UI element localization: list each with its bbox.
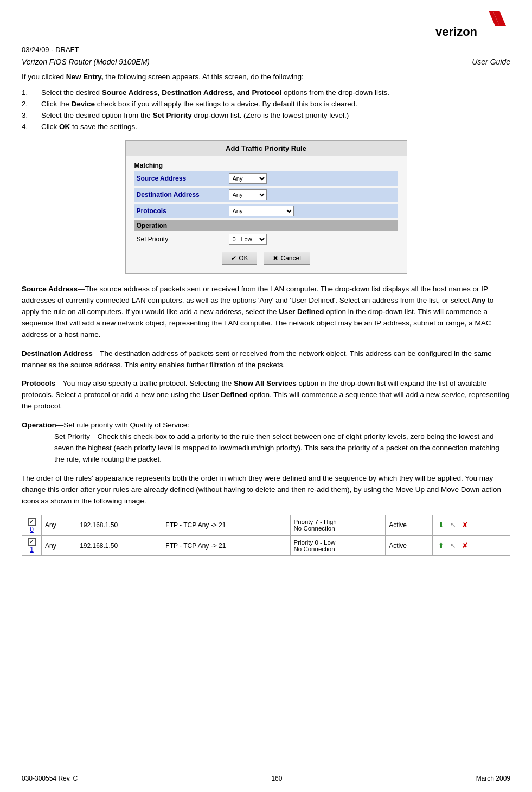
row1-actions: ⬆ ↖ ✘	[433, 535, 510, 556]
set-priority-select[interactable]: 0 - Low	[229, 234, 267, 245]
delete-icon[interactable]: ✘	[460, 520, 470, 530]
cancel-button[interactable]: ✖ Cancel	[264, 252, 310, 265]
matching-label: Matching	[134, 162, 398, 169]
set-priority-row: Set Priority 0 - Low	[134, 232, 398, 246]
steps-list: 1. Select the desired Source Address, De…	[22, 88, 510, 131]
row0-checkbox-cell: 0	[22, 515, 42, 535]
row0-protocol: FTP - TCP Any -> 21	[162, 515, 290, 535]
row0-priority: Priority 7 - HighNo Connection	[290, 515, 386, 535]
operation-header: Operation	[134, 220, 398, 231]
row0-number[interactable]: 0	[30, 526, 34, 533]
protocols-select[interactable]: Any	[229, 206, 294, 216]
source-address-label: Source Address	[137, 175, 229, 182]
svg-text:verizon: verizon	[435, 25, 477, 39]
logo-container: verizon	[22, 10, 510, 41]
row1-number[interactable]: 1	[30, 546, 34, 553]
draft-line: 03/24/09 - DRAFT	[22, 46, 510, 54]
ok-icon: ✔	[231, 254, 236, 262]
dialog-container: Add Traffic Priority Rule Matching Sourc…	[22, 140, 510, 274]
rules-table: 0 Any 192.168.1.50 FTP - TCP Any -> 21 P…	[22, 515, 510, 557]
dialog-title: Add Traffic Priority Rule	[126, 141, 407, 156]
cancel-icon: ✖	[273, 254, 278, 262]
row1-dest: 192.168.1.50	[76, 535, 162, 556]
dest-address-select[interactable]: Any	[229, 189, 267, 200]
ok-label: OK	[239, 254, 248, 262]
row1-action-icons: ⬆ ↖ ✘	[436, 541, 507, 551]
order-paragraph: The order of the rules' appearance repre…	[22, 473, 510, 507]
row0-action-icons: ⬇ ↖ ✘	[436, 520, 507, 530]
row1-status: Active	[386, 535, 433, 556]
cancel-label: Cancel	[280, 254, 300, 262]
guide-title-right: User Guide	[472, 58, 510, 66]
row0-dest: 192.168.1.50	[76, 515, 162, 535]
operation-desc: Operation—Set rule priority with Quality…	[22, 420, 510, 465]
step-num-2: 2.	[22, 100, 41, 108]
step-num-1: 1.	[22, 88, 41, 97]
dialog-buttons: ✔ OK ✖ Cancel	[134, 252, 398, 265]
source-address-desc: Source Address—The source address of pac…	[22, 284, 510, 341]
dest-address-desc: Destination Address—The destination addr…	[22, 348, 510, 371]
set-priority-value: 0 - Low	[229, 234, 267, 245]
footer-center: 160	[271, 775, 282, 782]
step-text-4: Click OK to save the settings.	[41, 123, 137, 131]
protocols-label: Protocols	[137, 207, 229, 215]
step-3: 3. Select the desired option from the Se…	[22, 111, 510, 119]
table-row: 1 Any 192.168.1.50 FTP - TCP Any -> 21 P…	[22, 535, 510, 556]
step-2: 2. Click the Device check box if you wil…	[22, 100, 510, 108]
footer-right: March 2009	[476, 775, 510, 782]
row1-priority: Priority 0 - LowNo Connection	[290, 535, 386, 556]
move-down-icon[interactable]: ⬇	[436, 520, 446, 530]
step-num-3: 3.	[22, 111, 41, 119]
step-num-4: 4.	[22, 123, 41, 131]
step-text-1: Select the desired Source Address, Desti…	[41, 88, 389, 97]
protocols-value: Any	[229, 206, 294, 216]
row1-protocol: FTP - TCP Any -> 21	[162, 535, 290, 556]
operation-indent: Set Priority—Check this check-box to add…	[54, 431, 510, 465]
row1-checkbox-cell: 1	[22, 535, 42, 556]
protocols-desc: Protocols—You may also specify a traffic…	[22, 378, 510, 412]
intro-paragraph: If you clicked New Entry, the following …	[22, 73, 510, 81]
delete-icon[interactable]: ✘	[460, 541, 470, 551]
set-priority-label: Set Priority	[137, 235, 229, 243]
step-1: 1. Select the desired Source Address, De…	[22, 88, 510, 97]
dialog-box: Add Traffic Priority Rule Matching Sourc…	[125, 140, 407, 274]
source-address-row: Source Address Any	[134, 171, 398, 186]
guide-header: Verizon FiOS Router (Model 9100EM) User …	[22, 56, 510, 66]
source-address-value: Any	[229, 173, 267, 184]
row0-checkbox[interactable]	[28, 518, 36, 526]
footer: 030-300554 Rev. C 160 March 2009	[22, 772, 510, 782]
footer-left: 030-300554 Rev. C	[22, 775, 78, 782]
dest-address-row: Destination Address Any	[134, 188, 398, 202]
table-row: 0 Any 192.168.1.50 FTP - TCP Any -> 21 P…	[22, 515, 510, 535]
protocols-row: Protocols Any	[134, 204, 398, 218]
intro-bold1: New Entry,	[66, 73, 104, 81]
row1-checkbox[interactable]	[28, 538, 36, 546]
row1-source: Any	[42, 535, 76, 556]
verizon-logo: verizon	[434, 10, 510, 41]
edit-icon[interactable]: ↖	[448, 541, 458, 551]
dest-address-value: Any	[229, 189, 267, 200]
step-text-3: Select the desired option from the Set P…	[41, 111, 349, 119]
guide-title-left: Verizon FiOS Router (Model 9100EM)	[22, 58, 150, 66]
step-4: 4. Click OK to save the settings.	[22, 123, 510, 131]
source-address-select[interactable]: Any	[229, 173, 267, 184]
dest-address-label: Destination Address	[137, 191, 229, 199]
row0-actions: ⬇ ↖ ✘	[433, 515, 510, 535]
row0-source: Any	[42, 515, 76, 535]
row0-status: Active	[386, 515, 433, 535]
edit-icon[interactable]: ↖	[448, 520, 458, 530]
step-text-2: Click the Device check box if you will a…	[41, 100, 357, 108]
dialog-body: Matching Source Address Any Destination …	[126, 156, 407, 273]
ok-button[interactable]: ✔ OK	[222, 252, 257, 265]
move-up-icon[interactable]: ⬆	[436, 541, 446, 551]
